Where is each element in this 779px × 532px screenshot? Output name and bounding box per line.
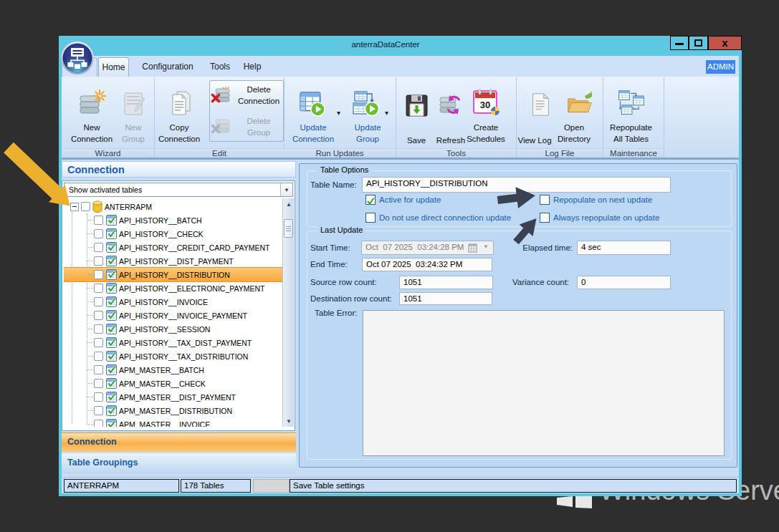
svg-text:30: 30 bbox=[480, 100, 490, 110]
